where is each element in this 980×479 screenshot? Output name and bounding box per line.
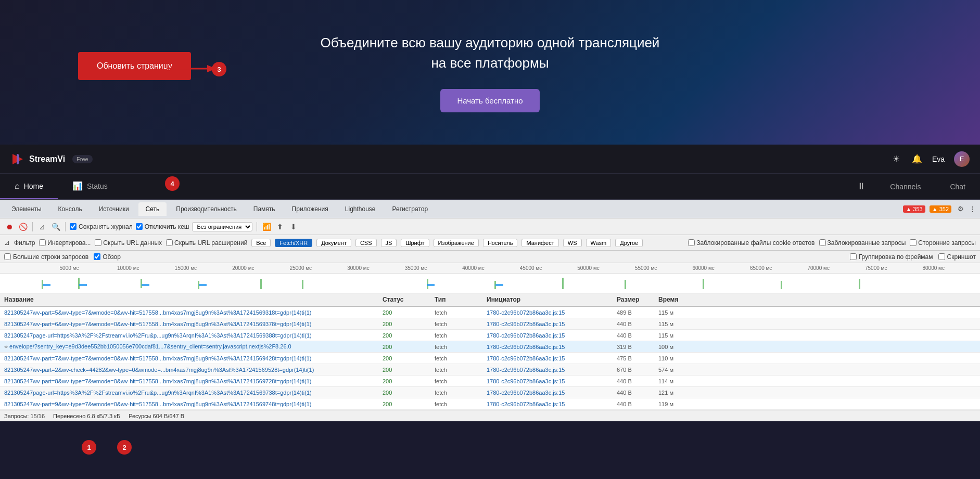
group-by-frame-checkbox[interactable]: Группировка по фреймам [850, 253, 933, 261]
blocked-cookies-input[interactable] [688, 239, 695, 246]
type-img-btn[interactable]: Изображение [434, 239, 479, 247]
table-row[interactable]: 821305247wv-part=6&wv-type=7&wmode=0&wv-… [0, 318, 980, 330]
type-css-btn[interactable]: CSS [355, 239, 377, 247]
record-icon[interactable]: ⏺ [4, 222, 15, 232]
screenshot-checkbox[interactable]: Скриншот [938, 253, 976, 261]
tick-15: 75000 мс [865, 265, 923, 271]
cell-status: 200 [383, 378, 435, 384]
app-bar: StreamVi Free ☀ 🔔 Eva E [0, 145, 980, 174]
devtools-tab-memory[interactable]: Память [246, 202, 283, 216]
type-fetch-btn[interactable]: Fetch/XHR [275, 239, 312, 247]
throttle-select[interactable]: Без ограничения [192, 222, 252, 231]
table-row[interactable]: ⟡ envelope/?sentry_key=e9d3dee552bb10500… [0, 341, 980, 353]
cell-size: 440 B [617, 321, 658, 327]
type-media-btn[interactable]: Носитель [483, 239, 518, 247]
devtools-tab-console[interactable]: Консоль [51, 202, 90, 216]
cell-type: fetch [435, 367, 487, 373]
devtools-more-icon[interactable]: ⋮ [969, 205, 976, 213]
svg-rect-5 [78, 278, 80, 289]
tick-5: 25000 мс [290, 265, 348, 271]
devtools-panel: 1 2 Элементы Консоль Источники Сеть Прои… [0, 200, 980, 479]
type-ws-btn[interactable]: WS [563, 239, 582, 247]
tick-7: 35000 мс [405, 265, 463, 271]
tab-home[interactable]: ⌂ Home [0, 174, 58, 199]
table-row[interactable]: 821305247page-url=https%3A%2F%2Fstreamvi… [0, 387, 980, 398]
filter-bar2: Большие строки запросов Обзор Группировк… [0, 251, 980, 263]
filter-toggle-icon[interactable]: ⊿ [37, 222, 47, 232]
cell-time: 119 м [658, 401, 980, 407]
user-name: Eva [932, 155, 945, 163]
tick-1: 5000 мс [60, 265, 118, 271]
table-row[interactable]: 821305247wv-part=7&wv-type=7&wmode=0&wv-… [0, 353, 980, 364]
clear-icon[interactable]: 🚫 [18, 222, 28, 232]
devtools-tab-performance[interactable]: Производительность [169, 202, 244, 216]
group-by-frame-input[interactable] [850, 253, 857, 260]
table-row[interactable]: 821305247wv-part=9&wv-type=7&wmode=0&wv-… [0, 398, 980, 410]
start-free-button[interactable]: Начать бесплатно [440, 89, 539, 112]
cell-time: 115 м [658, 309, 980, 316]
cell-initiator: 1780-c2c96b072b86aa3c.js:15 [487, 390, 617, 396]
table-row[interactable]: 821305247page-url=https%3A%2F%2Fstreamvi… [0, 330, 980, 341]
type-all-btn[interactable]: Все [251, 239, 271, 247]
type-doc-btn[interactable]: Документ [316, 239, 351, 247]
overview-checkbox[interactable]: Обзор [94, 253, 121, 261]
devtools-tab-network[interactable]: Сеть [138, 202, 167, 216]
tab-channels[interactable]: Channels [875, 174, 935, 199]
disable-cache-checkbox[interactable]: Отключить кеш [136, 223, 189, 230]
cell-status: 200 [383, 390, 435, 396]
hide-url-data-input[interactable] [95, 239, 101, 246]
large-rows-checkbox[interactable]: Большие строки запросов [4, 253, 88, 261]
pause-button[interactable]: ⏸ [847, 174, 875, 199]
third-party-input[interactable] [910, 239, 917, 246]
hide-url-data-checkbox[interactable]: Скрыть URL данных [95, 239, 162, 247]
cell-size: 489 B [617, 309, 658, 316]
disable-cache-input[interactable] [136, 223, 143, 230]
hide-url-ext-checkbox[interactable]: Скрыть URL расширений [166, 239, 247, 247]
toolbar-divider-1 [32, 222, 33, 231]
tab-status[interactable]: 📊 Status [58, 174, 122, 199]
large-rows-input[interactable] [4, 253, 11, 260]
devtools-tab-recorder[interactable]: Регистратор [385, 202, 436, 216]
table-row[interactable]: 821305247wv-part=8&wv-type=7&wmode=0&wv-… [0, 376, 980, 387]
type-other-btn[interactable]: Другое [615, 239, 643, 247]
devtools-tab-application[interactable]: Приложения [285, 202, 336, 216]
blocked-cookies-checkbox[interactable]: Заблокированные файлы cookie ответов [688, 239, 814, 247]
svg-rect-16 [859, 279, 860, 289]
type-wasm-btn[interactable]: Wasm [586, 239, 612, 247]
preserve-log-input[interactable] [70, 223, 77, 230]
tick-2: 10000 мс [117, 265, 175, 271]
notification-icon[interactable]: 🔔 [911, 153, 923, 165]
devtools-settings-icon[interactable]: ⚙ [958, 205, 964, 213]
third-party-checkbox[interactable]: Сторонние запросы [910, 239, 976, 247]
cell-initiator: 1780-c2c96b072b86aa3c.js:15 [487, 332, 617, 339]
filter-funnel-icon[interactable]: ⊿ [4, 239, 10, 247]
blocked-requests-checkbox[interactable]: Заблокированные запросы [819, 239, 906, 247]
upload-icon[interactable]: ⬆ [275, 222, 285, 232]
screenshot-input[interactable] [938, 253, 945, 260]
invert-input[interactable] [39, 239, 46, 246]
preserve-log-checkbox[interactable]: Сохранять журнал [70, 223, 133, 230]
invert-checkbox[interactable]: Инвертирова... [39, 239, 91, 247]
hide-url-ext-input[interactable] [166, 239, 173, 246]
type-manifest-btn[interactable]: Манифест [521, 239, 558, 247]
table-row[interactable]: 821305247wv-part=2&wv-check=44282&wv-typ… [0, 364, 980, 376]
wifi-icon[interactable]: 📶 [261, 222, 272, 232]
theme-toggle-icon[interactable]: ☀ [890, 153, 902, 165]
blocked-requests-input[interactable] [819, 239, 826, 246]
devtools-tab-sources[interactable]: Источники [92, 202, 136, 216]
tab-chat[interactable]: Chat [935, 174, 980, 199]
cell-initiator: 1780-c2c96b072b86aa3c.js:15 [487, 309, 617, 316]
type-font-btn[interactable]: Шрифт [401, 239, 429, 247]
devtools-tab-lighthouse[interactable]: Lighthouse [338, 202, 383, 216]
type-js-btn[interactable]: JS [381, 239, 397, 247]
table-row[interactable]: 821305247wv-part=5&wv-type=7&wmode=0&wv-… [0, 307, 980, 318]
cell-size: 670 B [617, 367, 658, 373]
status-bar: Запросы: 15/16 Перенесено 6.8 кБ/7.3 кБ … [0, 410, 980, 421]
svg-rect-15 [781, 281, 782, 289]
download-icon[interactable]: ⬇ [288, 222, 299, 232]
cell-size: 440 B [617, 332, 658, 339]
user-avatar[interactable]: E [954, 151, 970, 167]
devtools-tab-elements[interactable]: Элементы [4, 202, 49, 216]
overview-input[interactable] [94, 253, 100, 260]
search-icon[interactable]: 🔍 [50, 222, 61, 232]
